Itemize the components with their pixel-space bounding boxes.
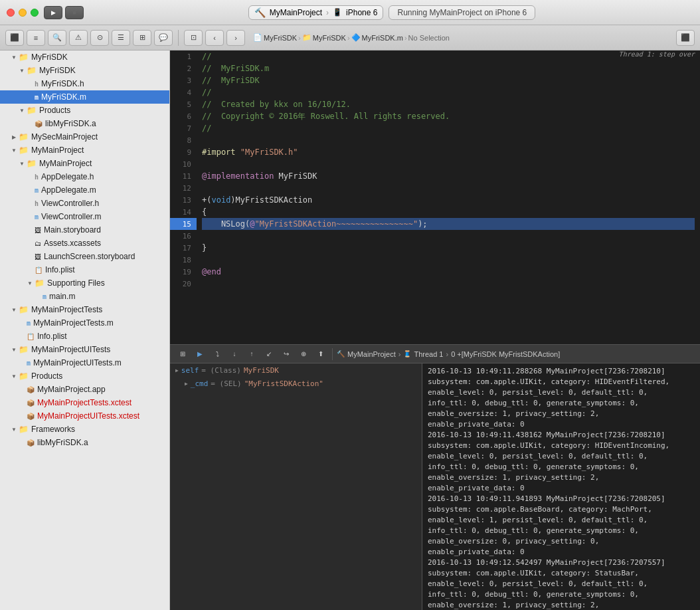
- console-line: info_ttl: 0, debug_ttl: 0, generate_symp…: [428, 398, 695, 409]
- sidebar-item-myfrisdk-folder[interactable]: 📁 MyFriSDK: [0, 64, 169, 77]
- debug-bc-part-3[interactable]: 0 +[MyFriSDK MyFristSDKAction]: [451, 350, 560, 358]
- split-btn[interactable]: ⊞: [133, 30, 151, 46]
- warning-btn[interactable]: ⚠: [69, 30, 88, 46]
- console-line: info_ttl: 0, debug_ttl: 0, generate_symp…: [428, 589, 695, 600]
- sidebar-item-products-2[interactable]: 📁 Products: [0, 369, 169, 383]
- code-line-17: }: [202, 242, 695, 254]
- line-num-4: 4: [170, 86, 197, 98]
- step-over-btn[interactable]: ⤵: [210, 348, 224, 360]
- sidebar-item-main-storyboard[interactable]: 🖼 Main.storyboard: [0, 223, 169, 237]
- hierarchy-btn[interactable]: ≡: [27, 30, 45, 46]
- code-line-20: [202, 278, 695, 290]
- line-num-1: 1: [170, 51, 197, 62]
- m-file-icon: m: [35, 94, 39, 101]
- sidebar-item-viewcontroller-h[interactable]: h ViewController.h: [0, 197, 169, 210]
- pane-toggle-btn[interactable]: ⊞: [175, 348, 190, 360]
- breadcrumb-part-1[interactable]: MyFriSDK: [264, 34, 297, 42]
- step-inst-over-btn[interactable]: ↪: [279, 348, 294, 360]
- line-num-3: 3: [170, 74, 197, 86]
- sidebar-item-mymainprojectuitests-xctest[interactable]: 📦 MyMainProjectUITests.xctest: [0, 409, 169, 423]
- forward-btn[interactable]: ›: [226, 30, 245, 46]
- debug-options-btn[interactable]: ⊕: [296, 348, 311, 360]
- sidebar-item-supporting-files[interactable]: 📁 Supporting Files: [0, 276, 169, 290]
- var-item-self[interactable]: ▶ self = (Class) MyFriSDK: [170, 363, 422, 377]
- step-out-btn[interactable]: ↑: [244, 348, 259, 360]
- console-line: enable_level: 0, persist_level: 0, defau…: [428, 451, 695, 462]
- minimize-button[interactable]: [19, 9, 27, 17]
- sidebar-item-frameworks[interactable]: 📁 Frameworks: [0, 423, 169, 436]
- sidebar-item-libmyfrisdk-a[interactable]: 📦 libMyFriSDK.a: [0, 436, 169, 449]
- breadcrumb: 📄 MyFriSDK › 📁 MyFriSDK › 🔷 MyFriSDK.m ›…: [253, 33, 673, 42]
- sidebar-item-myfrisdk-h[interactable]: h MyFriSDK.h: [0, 77, 169, 90]
- sidebar-item-mymainprojecttests-xctest[interactable]: 📦 MyMainProjectTests.xctest: [0, 396, 169, 409]
- code-line-8: [202, 134, 695, 146]
- step-inst-btn[interactable]: ↙: [262, 348, 276, 360]
- run-button[interactable]: [44, 6, 62, 19]
- continue-btn[interactable]: ▶: [193, 348, 207, 360]
- sidebar-toggle-right[interactable]: ⬛: [676, 30, 695, 46]
- sidebar-label: ViewController.m: [41, 212, 101, 221]
- breadcrumb-part-4[interactable]: No Selection: [408, 34, 450, 42]
- project-selector[interactable]: 🔨 MyMainProject › 📱 iPhone 6: [248, 5, 384, 20]
- var-equals: = (Class): [201, 366, 241, 375]
- expand-triangle: ▶: [185, 381, 188, 387]
- search-btn[interactable]: 🔍: [48, 30, 66, 46]
- sidebar-item-info-plist-2[interactable]: 📋 Info.plist: [0, 330, 169, 343]
- sidebar-item-mymainproject-app[interactable]: 📦 MyMainProject.app: [0, 383, 169, 396]
- sidebar-item-appdelegate-m[interactable]: m AppDelegate.m: [0, 183, 169, 197]
- line-numbers: 1 2 3 4 5 6 7 8 9 10 11 12 13 14 15 16 1…: [170, 51, 197, 344]
- step-into-btn[interactable]: ↓: [227, 348, 242, 360]
- code-editor[interactable]: 1 2 3 4 5 6 7 8 9 10 11 12 13 14 15 16 1…: [170, 51, 700, 344]
- back-btn[interactable]: ‹: [205, 30, 224, 46]
- code-content[interactable]: // // MyFriSDK.m // MyFriSDK // // Creat…: [197, 51, 700, 344]
- folder-icon: 📁: [19, 52, 29, 62]
- sidebar-item-mysecmain[interactable]: 📁 MySecMainProject: [0, 130, 169, 144]
- sidebar-item-appdelegate-h[interactable]: h AppDelegate.h: [0, 170, 169, 183]
- sidebar-toggle-left[interactable]: ⬛: [5, 30, 24, 46]
- traffic-lights: [0, 9, 39, 17]
- sidebar-item-launchscreen[interactable]: 🖼 LaunchScreen.storyboard: [0, 250, 169, 263]
- sidebar-item-info-plist[interactable]: 📋 Info.plist: [0, 263, 169, 276]
- console-line: enable_oversize: 1, privacy_setting: 2,: [428, 472, 695, 483]
- sidebar-item-mymainprojectuitests-m[interactable]: m MyMainProjectUITests.m: [0, 356, 169, 369]
- code-line-10: [202, 158, 695, 170]
- device-name: iPhone 6: [346, 8, 377, 17]
- sidebar-label: Main.storyboard: [44, 225, 101, 235]
- titlebar-center: 🔨 MyMainProject › 📱 iPhone 6 Running MyM…: [84, 5, 700, 20]
- var-item-cmd[interactable]: ▶ _cmd = (SEL) "MyFristSDKAction": [170, 377, 422, 390]
- list-btn[interactable]: ☰: [112, 30, 130, 46]
- debug-bc-part-1[interactable]: MyMainProject: [347, 350, 396, 358]
- breakpoints-btn[interactable]: ⊙: [90, 30, 109, 46]
- line-num-17: 17: [170, 242, 197, 254]
- maximize-button[interactable]: [31, 9, 39, 17]
- debug-bc-part-2[interactable]: Thread 1: [414, 350, 443, 358]
- sidebar-item-mymainprojectuitests-root[interactable]: 📁 MyMainProjectUITests: [0, 343, 169, 356]
- line-num-16: 16: [170, 230, 197, 242]
- sidebar-item-viewcontroller-m[interactable]: m ViewController.m: [0, 210, 169, 223]
- sidebar-item-mymainproject-root[interactable]: 📁 MyMainProject: [0, 144, 169, 157]
- sidebar-item-mymainprojecttests-root[interactable]: 📁 MyMainProjectTests: [0, 303, 169, 316]
- share-btn[interactable]: ⬆: [313, 348, 328, 360]
- triangle-icon: [19, 67, 25, 74]
- sidebar-item-myfrisdk-root[interactable]: 📁 MyFriSDK: [0, 51, 169, 64]
- close-button[interactable]: [7, 9, 15, 17]
- titlebar: 🔨 MyMainProject › 📱 iPhone 6 Running MyM…: [0, 0, 700, 25]
- comment-btn[interactable]: 💬: [154, 30, 173, 46]
- sidebar-item-products-1[interactable]: 📁 Products: [0, 104, 169, 117]
- sidebar-item-main-m[interactable]: m main.m: [0, 290, 169, 303]
- breadcrumb-part-2[interactable]: MyFriSDK: [313, 34, 346, 42]
- content-pane: 1 2 3 4 5 6 7 8 9 10 11 12 13 14 15 16 1…: [170, 51, 700, 610]
- layout-btn[interactable]: ⊡: [184, 30, 203, 46]
- stop-button[interactable]: [65, 6, 84, 19]
- console-line: 2016-10-13 10:49:11.288268 MyMainProject…: [428, 366, 695, 377]
- sidebar-item-mymainproject-folder[interactable]: 📁 MyMainProject: [0, 157, 169, 170]
- console-pane[interactable]: 2016-10-13 10:49:11.288268 MyMainProject…: [422, 363, 700, 610]
- sidebar-item-assets[interactable]: 🗂 Assets.xcassets: [0, 237, 169, 250]
- breadcrumb-part-3[interactable]: MyFriSDK.m: [362, 34, 403, 42]
- sidebar-label: MyFriSDK: [31, 52, 68, 62]
- line-num-13: 13: [170, 194, 197, 206]
- project-icon: 🔨: [254, 7, 266, 18]
- sidebar-item-libmyfrisdk[interactable]: 📦 libMyFriSDK.a: [0, 117, 169, 130]
- sidebar-item-mymainprojecttests-m[interactable]: m MyMainProjectTests.m: [0, 316, 169, 330]
- sidebar-item-myfrisdk-m[interactable]: m MyFriSDK.m: [0, 90, 169, 104]
